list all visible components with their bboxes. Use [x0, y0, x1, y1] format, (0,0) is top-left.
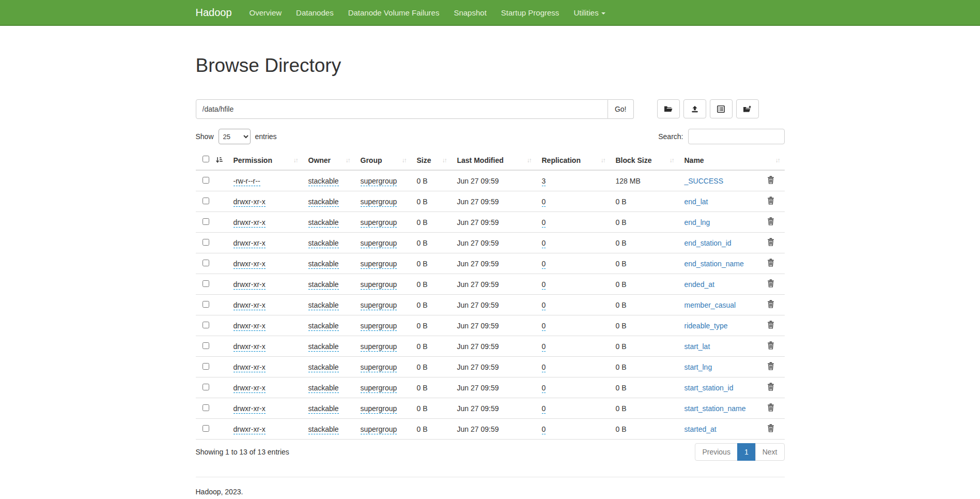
row-checkbox[interactable]	[203, 280, 209, 287]
replication-value[interactable]: 0	[542, 301, 546, 310]
owner-value[interactable]: stackable	[308, 177, 339, 186]
delete-file-button[interactable]	[767, 259, 774, 268]
cut-selection-button[interactable]	[710, 99, 733, 118]
header-replication[interactable]: Replication↓↑	[536, 151, 610, 170]
replication-value[interactable]: 0	[542, 239, 546, 248]
brand-hadoop[interactable]: Hadoop	[196, 7, 232, 19]
owner-value[interactable]: stackable	[308, 322, 339, 331]
pagination-next[interactable]: Next	[755, 443, 785, 461]
replication-value[interactable]: 0	[542, 322, 546, 331]
row-checkbox[interactable]	[203, 384, 209, 390]
owner-value[interactable]: stackable	[308, 198, 339, 207]
header-block-size[interactable]: Block Size↓↑	[610, 151, 679, 170]
file-name-link[interactable]: end_lat	[685, 198, 708, 206]
permission-value[interactable]: drwxr-xr-x	[234, 322, 266, 331]
delete-file-button[interactable]	[767, 383, 774, 392]
group-value[interactable]: supergroup	[361, 239, 397, 248]
replication-value[interactable]: 0	[542, 198, 546, 207]
permission-value[interactable]: drwxr-xr-x	[234, 404, 266, 414]
nav-item-overview[interactable]: Overview	[242, 8, 289, 17]
group-value[interactable]: supergroup	[361, 198, 397, 207]
permission-value[interactable]: drwxr-xr-x	[234, 239, 266, 248]
owner-value[interactable]: stackable	[308, 218, 339, 228]
replication-value[interactable]: 0	[542, 404, 546, 414]
file-name-link[interactable]: rideable_type	[685, 322, 728, 330]
delete-file-button[interactable]	[767, 196, 774, 206]
group-value[interactable]: supergroup	[361, 342, 397, 352]
row-checkbox[interactable]	[203, 322, 209, 328]
replication-value[interactable]: 0	[542, 218, 546, 228]
owner-value[interactable]: stackable	[308, 404, 339, 414]
nav-item-datanode-volume-failures[interactable]: Datanode Volume Failures	[341, 8, 447, 17]
delete-file-button[interactable]	[767, 238, 774, 248]
file-name-link[interactable]: start_station_id	[685, 384, 734, 392]
delete-file-button[interactable]	[767, 424, 774, 434]
replication-value[interactable]: 0	[542, 280, 546, 290]
file-name-link[interactable]: ended_at	[685, 280, 714, 289]
create-directory-button[interactable]	[657, 99, 680, 118]
permission-value[interactable]: drwxr-xr-x	[234, 425, 266, 434]
permission-value[interactable]: drwxr-xr-x	[234, 384, 266, 393]
header-permission[interactable]: Permission↓↑	[228, 151, 303, 170]
file-name-link[interactable]: member_casual	[685, 301, 736, 309]
row-checkbox[interactable]	[203, 198, 209, 204]
row-checkbox[interactable]	[203, 301, 209, 308]
file-name-link[interactable]: start_station_name	[685, 404, 746, 413]
owner-value[interactable]: stackable	[308, 301, 339, 310]
header-name[interactable]: Name↓↑	[679, 151, 785, 170]
delete-file-button[interactable]	[767, 279, 774, 289]
permission-value[interactable]: drwxr-xr-x	[234, 260, 266, 269]
group-value[interactable]: supergroup	[361, 384, 397, 393]
delete-file-button[interactable]	[767, 217, 774, 227]
pagination-page-1[interactable]: 1	[737, 443, 756, 461]
owner-value[interactable]: stackable	[308, 384, 339, 393]
nav-item-startup-progress[interactable]: Startup Progress	[494, 8, 567, 17]
header-owner[interactable]: Owner↓↑	[303, 151, 355, 170]
select-all-checkbox[interactable]	[203, 156, 209, 162]
replication-value[interactable]: 0	[542, 260, 546, 269]
group-value[interactable]: supergroup	[361, 425, 397, 434]
row-checkbox[interactable]	[203, 239, 209, 246]
nav-item-snapshot[interactable]: Snapshot	[446, 8, 493, 17]
group-value[interactable]: supergroup	[361, 218, 397, 228]
replication-value[interactable]: 0	[542, 363, 546, 372]
delete-file-button[interactable]	[767, 403, 774, 413]
file-name-link[interactable]: start_lat	[685, 342, 710, 351]
row-checkbox[interactable]	[203, 218, 209, 225]
page-size-select[interactable]: 25	[219, 129, 251, 144]
owner-value[interactable]: stackable	[308, 280, 339, 290]
owner-value[interactable]: stackable	[308, 260, 339, 269]
paste-selection-button[interactable]	[736, 99, 759, 118]
delete-file-button[interactable]	[767, 300, 774, 310]
file-name-link[interactable]: started_at	[685, 425, 717, 433]
file-name-link[interactable]: end_lng	[685, 218, 710, 226]
header-last-modified[interactable]: Last Modified↓↑	[452, 151, 536, 170]
row-checkbox[interactable]	[203, 404, 209, 411]
permission-value[interactable]: drwxr-xr-x	[234, 301, 266, 310]
owner-value[interactable]: stackable	[308, 363, 339, 372]
group-value[interactable]: supergroup	[361, 363, 397, 372]
group-value[interactable]: supergroup	[361, 260, 397, 269]
file-name-link[interactable]: _SUCCESS	[685, 177, 723, 185]
pagination-previous[interactable]: Previous	[695, 443, 737, 461]
nav-item-datanodes[interactable]: Datanodes	[289, 8, 341, 17]
row-checkbox[interactable]	[203, 363, 209, 370]
file-name-link[interactable]: end_station_id	[685, 239, 732, 247]
permission-value[interactable]: drwxr-xr-x	[234, 342, 266, 352]
group-value[interactable]: supergroup	[361, 322, 397, 331]
permission-value[interactable]: drwxr-xr-x	[234, 198, 266, 207]
group-value[interactable]: supergroup	[361, 404, 397, 414]
directory-path-input[interactable]	[196, 99, 608, 119]
delete-file-button[interactable]	[767, 341, 774, 351]
row-checkbox[interactable]	[203, 177, 209, 184]
owner-value[interactable]: stackable	[308, 425, 339, 434]
group-value[interactable]: supergroup	[361, 177, 397, 186]
go-button[interactable]: Go!	[608, 99, 634, 119]
delete-file-button[interactable]	[767, 176, 774, 186]
delete-file-button[interactable]	[767, 362, 774, 372]
replication-value[interactable]: 0	[542, 384, 546, 393]
row-checkbox[interactable]	[203, 425, 209, 432]
upload-file-button[interactable]	[683, 99, 706, 118]
file-name-link[interactable]: end_station_name	[685, 260, 744, 268]
search-input[interactable]	[688, 129, 785, 144]
